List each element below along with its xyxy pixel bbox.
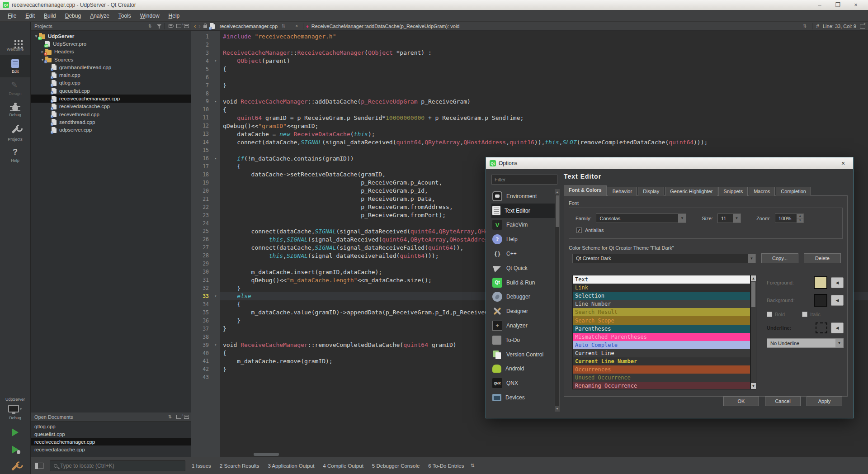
fold-marker-icon[interactable]: ▾ (211, 59, 220, 63)
color-item[interactable]: Parentheses (573, 325, 750, 333)
menu-analyze[interactable]: Analyze (86, 11, 113, 20)
menu-debug[interactable]: Debug (61, 11, 85, 20)
debug-run-button[interactable] (12, 446, 19, 454)
mode-item-design[interactable]: Design (0, 77, 30, 100)
dialog-close-icon[interactable]: × (837, 160, 849, 167)
options-category-texteditor[interactable]: Text Editor (491, 204, 555, 218)
code-line[interactable]: 2 (191, 41, 868, 49)
code-line[interactable]: 8 (191, 90, 868, 98)
options-filter-input[interactable]: Filter (491, 175, 557, 185)
tree-item[interactable]: Cqtlog.cpp (31, 79, 191, 87)
open-document-item[interactable]: receivedatacache.cpp (31, 446, 191, 453)
menu-window[interactable]: Window (136, 11, 164, 20)
background-swatch[interactable] (814, 294, 827, 307)
code-line[interactable]: 14 connect(dataCache,SIGNAL(signal_dataR… (191, 138, 868, 146)
mode-item-debug[interactable]: Debug (0, 100, 30, 122)
menu-file[interactable]: File (4, 11, 20, 20)
output-pane-button[interactable]: 4 Compile Output (323, 463, 363, 469)
kit-selector-button[interactable]: ▸ (8, 405, 22, 412)
color-item[interactable]: Occurrences (573, 365, 750, 374)
filter-icon[interactable] (156, 24, 162, 28)
code-line[interactable]: 1 #include "receivecachemanager.h" (191, 33, 868, 41)
output-pane-button[interactable]: 5 Debugger Console (372, 463, 420, 469)
open-document-item[interactable]: receivecachemanager.cpp (31, 438, 191, 446)
output-panes-arrows-icon[interactable]: ⇅ (470, 463, 474, 469)
code-line[interactable]: 4▾ QObject(parent) (191, 57, 868, 65)
scroll-up-icon[interactable]: ▲ (751, 275, 756, 281)
build-button[interactable] (11, 463, 19, 471)
close-pane-icon[interactable] (184, 24, 189, 28)
options-category-designer[interactable]: Designer (491, 304, 555, 318)
mode-item-edit[interactable]: Edit (0, 55, 30, 77)
tab-snippets[interactable]: Snippets (718, 187, 748, 196)
underline-style-select[interactable]: No Underline ▼ (767, 338, 844, 348)
options-category-todo[interactable]: To-Do (491, 333, 555, 347)
tree-item[interactable]: Cqueuelist.cpp (31, 87, 191, 95)
run-button[interactable] (12, 428, 19, 436)
scroll-down-icon[interactable]: ▼ (555, 406, 559, 411)
split-pane-icon[interactable] (176, 415, 181, 419)
category-scrollbar[interactable]: ▲ ▼ (555, 189, 560, 412)
underline-color-swatch[interactable] (816, 322, 827, 333)
color-item[interactable]: Link (573, 284, 750, 292)
apply-button[interactable]: Apply (807, 396, 842, 406)
tab-font-colors[interactable]: Font & Colors (564, 185, 607, 196)
copy-button[interactable]: Copy... (761, 253, 798, 263)
code-line[interactable]: 15 (191, 146, 868, 154)
tree-item[interactable]: Crecevethread.cpp (31, 110, 191, 118)
sync-icon[interactable] (168, 24, 174, 28)
forward-icon[interactable]: › (198, 24, 200, 29)
menu-tools[interactable]: Tools (114, 11, 135, 20)
tree-item[interactable]: Cudpserver.cpp (31, 126, 191, 134)
erase-background-icon[interactable]: ◀ (831, 295, 844, 306)
tab-behavior[interactable]: Behavior (608, 187, 637, 196)
color-item[interactable]: Auto Complete (573, 341, 750, 349)
tree-item[interactable]: ▾QtUdpServer (31, 32, 191, 40)
bold-checkbox[interactable] (767, 312, 772, 317)
color-list-scrollbar[interactable]: ▲ ▼ (750, 275, 756, 389)
erase-underline-icon[interactable]: ◀ (831, 322, 844, 333)
options-category-cpp[interactable]: {}C++ (491, 246, 555, 261)
color-item[interactable]: Current Line (573, 349, 750, 357)
family-select[interactable]: Consolas ▼ (596, 213, 686, 223)
scroll-up-icon[interactable]: ▲ (555, 190, 559, 194)
close-document-icon[interactable]: × (293, 24, 300, 28)
fold-marker-icon[interactable]: ▾ (211, 294, 220, 298)
antialias-checkbox[interactable]: ✓ (576, 228, 582, 233)
line-number-icon[interactable]: # (816, 23, 819, 29)
code-line[interactable]: 12 qDebug()<<"gramID"<<gramID; (191, 122, 868, 130)
tree-item[interactable]: Csendthread.cpp (31, 118, 191, 126)
fold-marker-icon[interactable]: ▾ (211, 156, 220, 161)
scroll-handle[interactable] (751, 282, 755, 307)
chevron-updown-icon[interactable]: ⇅ (801, 24, 808, 28)
scroll-down-icon[interactable]: ▼ (751, 383, 756, 389)
split-pane-icon[interactable] (176, 24, 181, 28)
close-pane-icon[interactable] (184, 415, 189, 419)
document-selector[interactable]: C receivecachemanager.cpp ⇅ (210, 23, 287, 29)
options-category-qtquick[interactable]: Qt Quick (491, 261, 555, 275)
output-pane-button[interactable]: 1 Issues (192, 463, 211, 469)
color-item[interactable]: Line Number (573, 300, 750, 308)
color-item[interactable]: Search Result (573, 308, 750, 316)
color-item[interactable]: Unused Occurrence (573, 374, 750, 382)
tab-macros[interactable]: Macros (749, 187, 775, 196)
code-line[interactable]: 3 ReceiveCacheManager::ReceiveCacheManag… (191, 49, 868, 57)
color-item[interactable]: Current Line Number (573, 357, 750, 365)
menu-edit[interactable]: Edit (21, 11, 39, 20)
tree-item[interactable]: Creceivedatacache.cpp (31, 103, 191, 110)
code-line[interactable]: 9▾void ReceiveCacheManager::addDataCache… (191, 98, 868, 106)
symbol-selector[interactable]: ReceiveCacheManager::addDataCache(p_Rece… (311, 24, 799, 29)
menu-build[interactable]: Build (40, 11, 60, 20)
fold-marker-icon[interactable]: ▾ (211, 343, 220, 347)
color-scheme-select[interactable]: Qt Creator Dark ▼ (572, 254, 756, 263)
output-pane-button[interactable]: 2 Search Results (220, 463, 259, 469)
spin-up-icon[interactable]: ▲ (797, 214, 803, 218)
code-line[interactable]: 7 } (191, 81, 868, 90)
tree-item[interactable]: Creceivecachemanager.cpp (31, 95, 191, 102)
mode-item-help[interactable]: ?Help (0, 144, 30, 166)
options-category-qnx[interactable]: QNXQNX (491, 376, 555, 390)
code-line[interactable]: 10 { (191, 105, 868, 114)
pane-switch-icon[interactable]: ⇅ (146, 24, 154, 28)
back-icon[interactable]: ‹ (194, 24, 196, 29)
scroll-handle[interactable] (556, 195, 559, 227)
